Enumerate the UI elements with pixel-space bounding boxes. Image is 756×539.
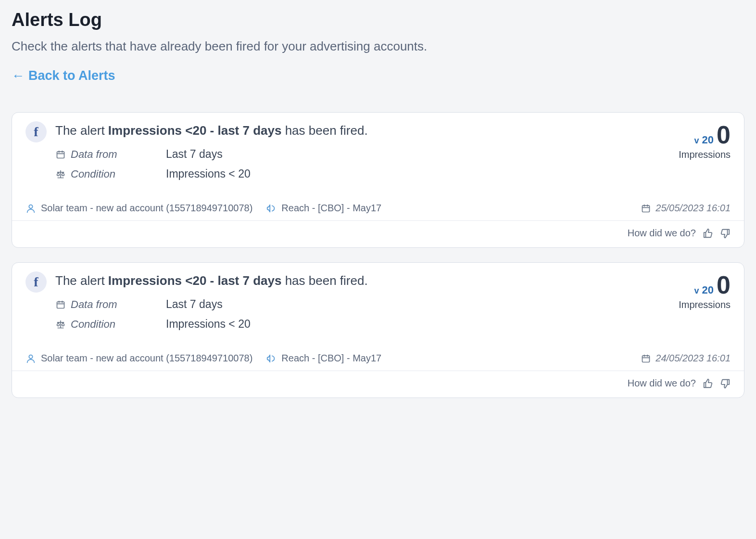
data-from-label: Data from <box>71 298 117 311</box>
thumbs-down-button[interactable] <box>720 378 731 389</box>
feedback-prompt: How did we do? <box>628 378 696 389</box>
facebook-icon: f <box>25 121 47 142</box>
metric-label: Impressions <box>658 299 731 310</box>
arrow-left-icon: ← <box>12 68 25 83</box>
alert-title: The alert Impressions <20 - last 7 days … <box>55 123 658 138</box>
thumbs-up-icon <box>703 228 713 239</box>
metric-label: Impressions <box>658 149 731 160</box>
feedback-prompt: How did we do? <box>628 228 696 239</box>
campaign-info: Reach - [CBO] - May17 <box>266 203 381 214</box>
thumbs-up-button[interactable] <box>703 228 713 239</box>
calendar-icon <box>55 150 66 159</box>
svg-point-4 <box>29 355 32 358</box>
metric-threshold: 20 <box>702 284 714 296</box>
svg-rect-0 <box>57 152 64 158</box>
condition-value: Impressions < 20 <box>166 318 251 331</box>
thumbs-up-button[interactable] <box>703 378 713 389</box>
alert-card: f The alert Impressions <20 - last 7 day… <box>12 112 744 248</box>
svg-rect-3 <box>57 302 64 308</box>
facebook-icon: f <box>25 271 47 293</box>
timestamp: 25/05/2023 16:01 <box>641 203 731 214</box>
data-from-value: Last 7 days <box>166 148 223 161</box>
svg-point-1 <box>29 205 32 208</box>
page-title: Alerts Log <box>12 10 744 30</box>
scale-icon <box>55 320 66 329</box>
thumbs-down-button[interactable] <box>720 228 731 239</box>
user-icon <box>25 203 36 214</box>
calendar-icon <box>641 204 651 213</box>
back-to-alerts-link[interactable]: ← Back to Alerts <box>12 68 115 83</box>
user-icon <box>25 353 36 364</box>
scale-icon <box>55 169 66 179</box>
account-info: Solar team - new ad account (15571894971… <box>25 353 252 364</box>
account-info: Solar team - new ad account (15571894971… <box>25 203 252 214</box>
megaphone-icon <box>266 203 277 214</box>
condition-value: Impressions < 20 <box>166 167 251 180</box>
data-from-label: Data from <box>71 148 117 161</box>
thumbs-down-icon <box>720 228 731 239</box>
megaphone-icon <box>266 353 277 364</box>
metric-summary: v 20 0 Impressions <box>658 271 731 337</box>
thumbs-down-icon <box>720 378 731 389</box>
alert-title: The alert Impressions <20 - last 7 days … <box>55 273 658 288</box>
svg-rect-2 <box>643 205 650 212</box>
chevron-down-icon: v <box>694 136 699 146</box>
calendar-icon <box>55 300 66 309</box>
metric-threshold: 20 <box>702 134 714 146</box>
condition-label: Condition <box>71 318 115 331</box>
timestamp: 24/05/2023 16:01 <box>641 353 731 364</box>
back-link-label: Back to Alerts <box>28 68 115 83</box>
campaign-info: Reach - [CBO] - May17 <box>266 353 381 364</box>
alert-card: f The alert Impressions <20 - last 7 day… <box>12 262 744 398</box>
thumbs-up-icon <box>703 378 713 389</box>
svg-rect-5 <box>643 356 650 362</box>
data-from-value: Last 7 days <box>166 298 223 311</box>
page-subtitle: Check the alerts that have already been … <box>12 39 744 54</box>
metric-value: 0 <box>717 122 731 147</box>
metric-summary: v 20 0 Impressions <box>658 121 731 187</box>
chevron-down-icon: v <box>694 286 699 296</box>
calendar-icon <box>641 354 651 363</box>
metric-value: 0 <box>717 272 731 297</box>
condition-label: Condition <box>71 168 115 180</box>
